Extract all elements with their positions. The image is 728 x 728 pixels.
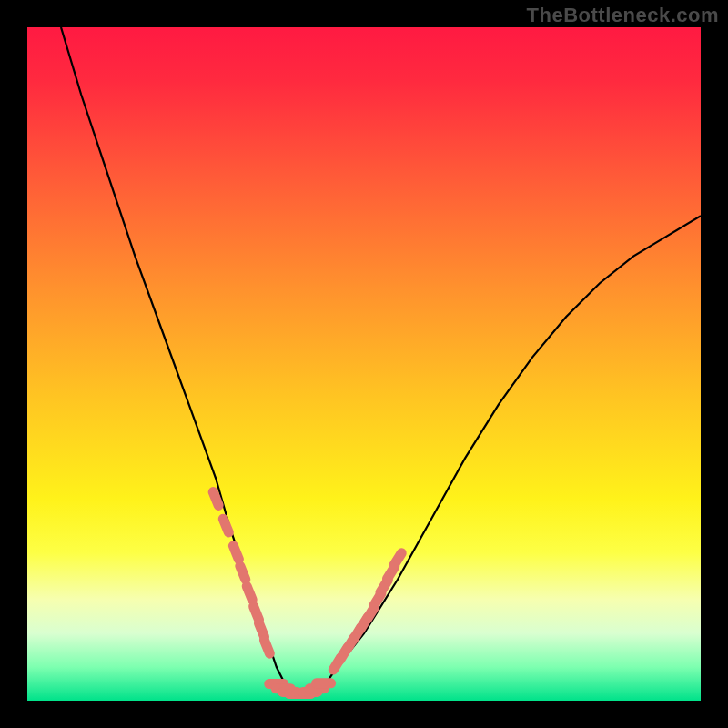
marker-dash [213, 492, 218, 506]
marker-dash [254, 606, 259, 620]
markers-bottom-group [269, 683, 331, 694]
marker-dash [247, 586, 252, 600]
marker-dash [264, 640, 269, 653]
marker-dash [394, 553, 401, 566]
marker-dash [223, 519, 228, 532]
plot-area [27, 27, 701, 701]
marker-dash [240, 566, 246, 580]
attribution-label: TheBottleneck.com [527, 4, 719, 27]
marker-dash [259, 623, 265, 637]
chart-frame: TheBottleneck.com [0, 0, 728, 728]
marker-dash [233, 546, 238, 560]
markers-left-group [213, 492, 269, 654]
markers-right-group [333, 553, 401, 670]
curve-layer [27, 27, 701, 701]
